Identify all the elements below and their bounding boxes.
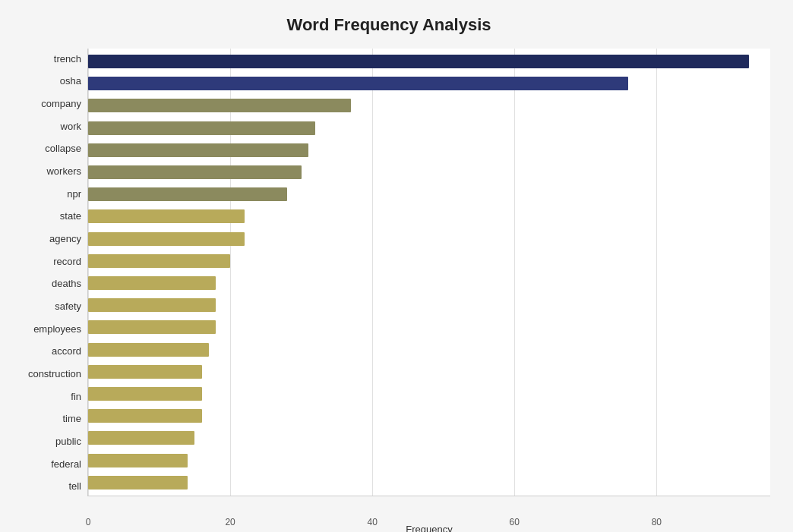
y-label-employees: employees bbox=[33, 319, 81, 338]
bar-employees bbox=[88, 320, 216, 334]
bar-row-trench bbox=[88, 52, 770, 71]
y-label-deaths: deaths bbox=[52, 274, 81, 294]
bar-row-employees bbox=[88, 317, 770, 337]
y-label-accord: accord bbox=[52, 342, 81, 361]
bar-row-fin bbox=[88, 384, 770, 404]
bar-state bbox=[88, 209, 245, 223]
bar-tell bbox=[88, 476, 188, 490]
bar-trench bbox=[88, 55, 749, 68]
bar-deaths bbox=[88, 276, 216, 290]
bars-grid: 020406080 Frequency bbox=[87, 49, 770, 496]
y-label-tell: tell bbox=[68, 477, 81, 496]
y-label-workers: workers bbox=[46, 161, 81, 181]
bar-fin bbox=[88, 387, 202, 401]
y-label-agency: agency bbox=[49, 228, 81, 248]
bar-row-work bbox=[88, 118, 770, 138]
y-label-collapse: collapse bbox=[45, 139, 81, 159]
bar-row-deaths bbox=[88, 273, 770, 293]
y-label-construction: construction bbox=[28, 364, 81, 383]
bar-row-state bbox=[88, 206, 770, 226]
y-labels: trenchoshacompanyworkcollapseworkersnprs… bbox=[8, 49, 87, 496]
bar-row-public bbox=[88, 428, 770, 448]
y-label-public: public bbox=[55, 431, 81, 451]
bar-company bbox=[88, 99, 351, 112]
y-label-company: company bbox=[41, 93, 81, 113]
bar-public bbox=[88, 431, 194, 445]
bar-row-company bbox=[88, 96, 770, 115]
bar-row-federal bbox=[88, 451, 770, 471]
y-label-record: record bbox=[53, 251, 81, 271]
bar-row-safety bbox=[88, 295, 770, 315]
chart-title: Word Frequency Analysis bbox=[8, 15, 770, 35]
bar-row-workers bbox=[88, 162, 770, 182]
bar-accord bbox=[88, 343, 209, 357]
bar-workers bbox=[88, 165, 302, 179]
y-label-trench: trench bbox=[54, 49, 81, 68]
y-label-osha: osha bbox=[60, 71, 81, 91]
bar-federal bbox=[88, 454, 188, 467]
bar-row-tell bbox=[88, 473, 770, 493]
bar-row-accord bbox=[88, 340, 770, 360]
bar-row-construction bbox=[88, 362, 770, 382]
y-label-npr: npr bbox=[67, 184, 81, 203]
bar-row-osha bbox=[88, 74, 770, 93]
bars-column bbox=[88, 49, 770, 496]
x-axis-title: Frequency bbox=[88, 524, 770, 532]
y-label-federal: federal bbox=[51, 454, 81, 474]
bar-osha bbox=[88, 77, 628, 90]
bar-collapse bbox=[88, 143, 308, 157]
chart-area: trenchoshacompanyworkcollapseworkersnprs… bbox=[8, 49, 770, 496]
chart-container: Word Frequency Analysis trenchoshacompan… bbox=[0, 0, 793, 532]
y-label-fin: fin bbox=[71, 386, 81, 406]
bar-row-agency bbox=[88, 229, 770, 249]
bar-row-time bbox=[88, 406, 770, 426]
bar-work bbox=[88, 121, 315, 135]
bar-row-npr bbox=[88, 184, 770, 204]
y-label-safety: safety bbox=[55, 296, 81, 316]
bar-agency bbox=[88, 232, 245, 246]
bar-record bbox=[88, 254, 230, 268]
bar-time bbox=[88, 409, 202, 423]
bar-npr bbox=[88, 187, 287, 201]
y-label-state: state bbox=[60, 206, 81, 226]
bar-construction bbox=[88, 365, 202, 379]
y-label-work: work bbox=[61, 116, 81, 136]
bar-safety bbox=[88, 298, 216, 312]
y-label-time: time bbox=[62, 409, 81, 429]
bar-row-record bbox=[88, 251, 770, 271]
bar-row-collapse bbox=[88, 140, 770, 160]
